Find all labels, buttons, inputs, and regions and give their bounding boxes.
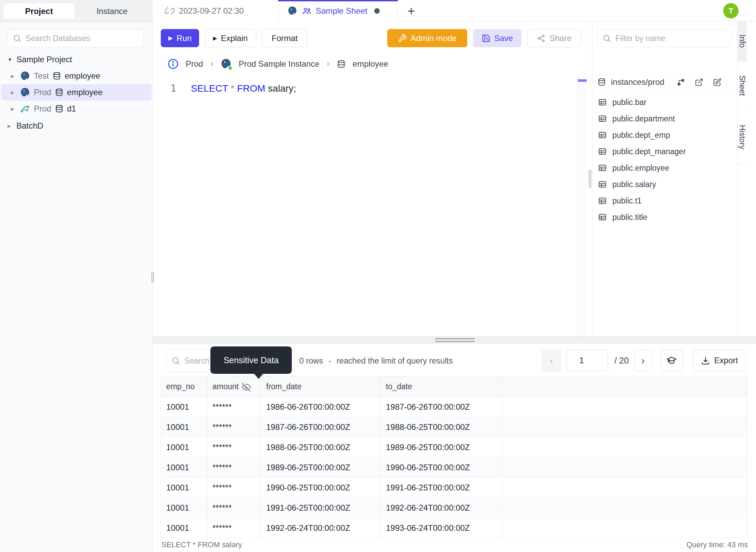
mysql-icon (20, 104, 30, 114)
chevron-right-icon[interactable]: ▶ (8, 123, 13, 129)
schema-panel-header: instances/prod (592, 74, 738, 91)
database-label: employee (67, 88, 103, 97)
cell-filler (502, 518, 747, 538)
export-button[interactable]: Export (693, 350, 746, 371)
unlink-icon (165, 6, 175, 16)
schema-table-item[interactable]: public.department (592, 110, 738, 127)
format-button[interactable]: Format (262, 29, 307, 47)
graduation-cap-icon (666, 355, 677, 366)
sheet-tab-label: 2023-09-27 02:30 (179, 6, 244, 16)
chevron-right-icon: › (210, 58, 213, 68)
schema-table-item[interactable]: public.dept_manager (592, 143, 738, 160)
page-total: / 20 (611, 350, 632, 371)
sheet-tab-unsaved[interactable]: 2023-09-27 02:30 (156, 0, 278, 22)
next-page-button[interactable]: › (634, 350, 652, 371)
schema-table-item[interactable]: public.salary (592, 176, 738, 193)
tree-item-prod-d1[interactable]: ▶ Prod d1 (1, 101, 152, 117)
tab-project[interactable]: Project (3, 3, 75, 20)
cell-from-date: 1987-06-26T00:00:00Z (261, 417, 381, 437)
page-input[interactable] (572, 356, 603, 365)
schema-table-item[interactable]: public.dept_emp (592, 127, 738, 143)
line-number: 1 (161, 83, 176, 94)
tree-item-test-employee[interactable]: ▶ Test employee (1, 68, 152, 84)
sql-editor-app: Project Instance ▼ Sample Project ▶ Test (0, 0, 756, 552)
schema-filter[interactable] (597, 29, 731, 47)
results-resize-handle[interactable] (153, 336, 756, 344)
search-icon (171, 356, 180, 365)
external-link-icon[interactable] (695, 78, 703, 87)
column-header-masked[interactable]: amount (207, 377, 261, 397)
postgres-icon (220, 58, 232, 70)
database-icon (337, 60, 346, 69)
database-label: employee (65, 71, 100, 81)
cell-amount-masked: ****** (207, 458, 261, 477)
minimap-code-mark (578, 79, 587, 82)
database-search-input[interactable] (26, 34, 139, 43)
column-header[interactable]: from_date (261, 377, 381, 397)
schema-table-item[interactable]: public.employee (592, 160, 738, 176)
tree-item-batchd[interactable]: ▶ BatchD (1, 118, 152, 134)
tab-history[interactable]: History (738, 110, 747, 164)
limit-notice: reached the limit of query results (337, 356, 453, 366)
avatar[interactable]: T (723, 3, 739, 18)
explain-button[interactable]: ▶ Explain (205, 29, 256, 47)
share-button[interactable]: Share (527, 29, 581, 47)
cell-from-date: 1992-06-24T00:00:00Z (261, 518, 381, 538)
divider (592, 92, 738, 93)
schema-table-name: public.department (612, 114, 675, 123)
masking-info-button[interactable] (661, 350, 683, 371)
schema-table-item[interactable]: public.bar (592, 94, 738, 110)
tab-sheet[interactable]: Sheet (738, 61, 747, 110)
prev-page-button[interactable]: ‹ (542, 350, 561, 371)
sensitive-data-tooltip: Sensitive Data (210, 346, 292, 374)
sql-operator: * (228, 83, 237, 94)
breadcrumb-database[interactable]: employee (353, 59, 388, 69)
eye-off-icon[interactable] (242, 383, 251, 392)
chevron-right-icon[interactable]: ▶ (11, 106, 16, 111)
database-label: d1 (67, 104, 76, 114)
executed-statement: SELECT * FROM salary (161, 540, 242, 549)
edit-icon[interactable] (713, 78, 721, 87)
rightbar-resize-handle[interactable] (588, 170, 591, 188)
schema-table-item[interactable]: public.title (592, 209, 738, 225)
chevron-down-icon[interactable]: ▼ (8, 57, 13, 62)
schema-table-name: public.dept_emp (612, 131, 670, 140)
sheet-tab-active[interactable]: Sample Sheet (278, 0, 398, 22)
result-rows: 10001 ****** 1986-06-26T00:00:00Z 1987-0… (161, 397, 747, 538)
table-row: 10001 ****** 1991-06-25T00:00:00Z 1992-0… (161, 498, 747, 518)
table-row: 10001 ****** 1988-06-25T00:00:00Z 1989-0… (161, 437, 747, 458)
chevron-right-icon[interactable]: ▶ (11, 74, 16, 79)
chevron-right-icon[interactable]: ▶ (11, 90, 16, 95)
column-header[interactable]: to_date (381, 377, 502, 397)
editor-minimap[interactable] (577, 75, 586, 336)
cell-amount-masked: ****** (207, 417, 261, 437)
tab-instance[interactable]: Instance (75, 3, 149, 20)
tree-item-prod-employee[interactable]: ▶ Prod employee (1, 84, 152, 101)
cell-emp-no: 10001 (161, 458, 207, 477)
breadcrumb-instance[interactable]: Prod Sample Instance (239, 59, 320, 69)
admin-mode-button[interactable]: Admin mode (387, 29, 467, 47)
separator: - (328, 356, 331, 366)
column-header[interactable]: emp_no (161, 377, 207, 397)
schema-table-item[interactable]: public.t1 (592, 193, 738, 209)
schema-filter-input[interactable] (615, 34, 726, 43)
sidebar-resize-handle[interactable] (151, 272, 154, 282)
run-button[interactable]: ▶ Run (161, 29, 199, 47)
cell-from-date: 1989-06-25T00:00:00Z (261, 458, 381, 477)
save-icon (482, 34, 491, 43)
new-tab-button[interactable]: + (404, 3, 419, 18)
save-button[interactable]: Save (473, 29, 521, 47)
schema-diagram-icon[interactable] (677, 78, 685, 87)
sql-editor[interactable]: 1 SELECT * FROM salary; (153, 74, 592, 336)
schema-table-list: public.bar public.department public.dept… (592, 94, 738, 225)
database-search[interactable] (8, 29, 144, 47)
breadcrumb-environment[interactable]: Prod (186, 59, 203, 69)
cell-filler (502, 417, 747, 437)
result-table-header: emp_no amount from_date to_date (161, 377, 747, 397)
tab-info[interactable]: Info (738, 22, 747, 61)
sidebar-tabstrip: Project Instance (0, 0, 153, 23)
info-icon[interactable] (167, 58, 179, 70)
results-panel: Sensitive Data 0 rows - reached the limi… (153, 344, 756, 552)
online-status-dot (228, 66, 233, 70)
tree-item-sample-project[interactable]: ▼ Sample Project (1, 51, 152, 68)
